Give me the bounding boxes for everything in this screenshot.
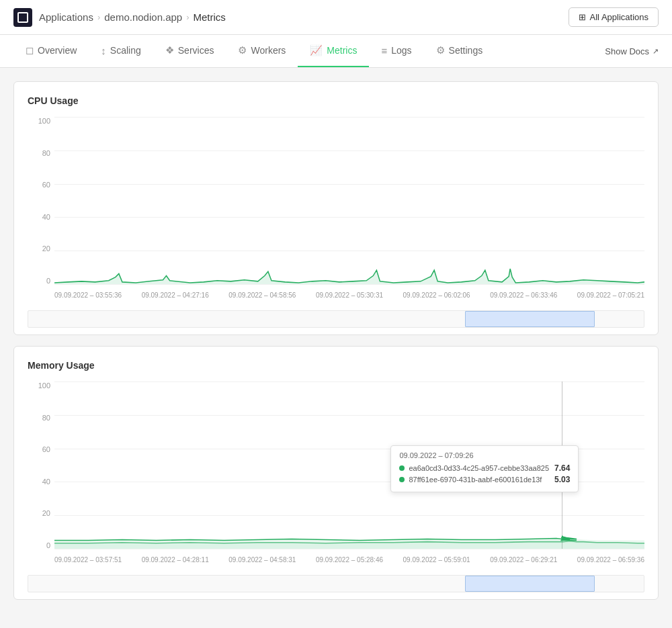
all-apps-button[interactable]: ⊞ All Applications	[569, 7, 659, 27]
y-label-100: 100	[38, 117, 50, 125]
breadcrumb-app[interactable]: demo.nodion.app	[104, 11, 182, 23]
mem-y-80: 80	[42, 414, 50, 422]
nav-tabs: ◻ Overview ↕ Scaling ❖ Services ⚙ Worker…	[0, 35, 672, 68]
y-label-60: 60	[42, 181, 50, 189]
cpu-minimap[interactable]	[28, 310, 644, 328]
tab-logs-label: Logs	[391, 45, 411, 56]
logs-icon: ≡	[381, 45, 387, 56]
tooltip-value-2: 5.03	[554, 475, 570, 484]
tab-metrics-label: Metrics	[327, 45, 357, 56]
breadcrumb-sep2: ›	[186, 12, 189, 22]
memory-x-axis: 09.09.2022 – 03:57:51 09.09.2022 – 04:28…	[54, 549, 644, 570]
cpu-chart-title: CPU Usage	[28, 95, 644, 106]
memory-chart-plot: 09.09.2022 – 07:09:26 ea6a0cd3-0d33-4c25…	[54, 382, 644, 549]
mem-x-1: 09.09.2022 – 04:28:11	[142, 556, 209, 564]
show-docs-link[interactable]: Show Docs ↗	[605, 41, 659, 62]
top-bar-right: ⊞ All Applications	[569, 7, 659, 27]
cpu-x-3: 09.09.2022 – 05:30:31	[316, 291, 383, 299]
tab-logs[interactable]: ≡ Logs	[369, 36, 423, 67]
tab-overview[interactable]: ◻ Overview	[13, 35, 89, 67]
breadcrumb: Applications › demo.nodion.app › Metrics	[39, 11, 226, 23]
memory-minimap-selection[interactable]	[465, 576, 594, 592]
y-label-80: 80	[42, 149, 50, 157]
mem-y-60: 60	[42, 445, 50, 453]
mem-x-5: 09.09.2022 – 06:29:21	[490, 556, 557, 564]
tab-scaling-label: Scaling	[110, 45, 141, 56]
cpu-line-svg	[54, 117, 644, 284]
app-logo	[13, 8, 32, 27]
mem-x-6: 09.09.2022 – 06:59:36	[577, 556, 644, 564]
all-apps-label: All Applications	[590, 12, 648, 22]
show-docs-label: Show Docs	[605, 46, 649, 56]
overview-icon: ◻	[26, 44, 34, 56]
breadcrumb-sep1: ›	[97, 12, 100, 22]
tab-metrics[interactable]: 📈 Metrics	[298, 35, 369, 67]
cpu-chart-area: 100 80 60 40 20 0	[28, 117, 644, 305]
top-bar: Applications › demo.nodion.app › Metrics…	[0, 0, 672, 35]
tab-services-label: Services	[178, 45, 214, 56]
memory-y-axis: 100 80 60 40 20 0	[28, 382, 54, 549]
services-icon: ❖	[165, 44, 174, 56]
cpu-x-0: 09.09.2022 – 03:55:36	[54, 291, 122, 299]
settings-icon: ⚙	[436, 44, 445, 56]
tooltip-label-1: ea6a0cd3-0d33-4c25-a957-cebbe33aa825	[409, 464, 550, 472]
cpu-x-2: 09.09.2022 – 04:58:56	[228, 291, 296, 299]
cpu-y-axis: 100 80 60 40 20 0	[28, 117, 54, 285]
grid-icon: ⊞	[579, 12, 586, 22]
breadcrumb-current: Metrics	[194, 11, 226, 23]
cpu-minimap-selection[interactable]	[465, 311, 594, 327]
external-link-icon: ↗	[653, 47, 659, 56]
y-label-40: 40	[42, 213, 50, 221]
tab-services[interactable]: ❖ Services	[153, 35, 226, 67]
tab-settings-label: Settings	[449, 45, 483, 56]
cpu-x-axis: 09.09.2022 – 03:55:36 09.09.2022 – 04:27…	[54, 285, 644, 305]
mem-y-20: 20	[42, 509, 50, 517]
mem-x-2: 09.09.2022 – 04:58:31	[228, 556, 296, 564]
memory-tooltip: 09.09.2022 – 07:09:26 ea6a0cd3-0d33-4c25…	[390, 445, 579, 492]
cpu-x-5: 09.09.2022 – 06:33:46	[490, 291, 557, 299]
tab-overview-label: Overview	[38, 45, 77, 56]
memory-minimap[interactable]	[28, 575, 644, 592]
mem-x-4: 09.09.2022 – 05:59:01	[403, 556, 470, 564]
tooltip-dot-2	[399, 477, 405, 482]
mem-y-0: 0	[46, 541, 50, 549]
mem-y-100: 100	[38, 382, 50, 390]
cpu-x-4: 09.09.2022 – 06:02:06	[403, 291, 470, 299]
cpu-chart-card: CPU Usage 100 80 60 40 20 0	[13, 81, 659, 335]
mem-x-3: 09.09.2022 – 05:28:46	[316, 556, 383, 564]
scaling-icon: ↕	[101, 45, 106, 56]
metrics-icon: 📈	[310, 44, 323, 56]
mem-x-0: 09.09.2022 – 03:57:51	[54, 556, 122, 564]
mem-y-40: 40	[42, 478, 50, 486]
tooltip-value-1: 7.64	[554, 463, 570, 473]
memory-chart-title: Memory Usage	[28, 360, 644, 371]
tab-workers-label: Workers	[251, 45, 286, 56]
tooltip-row-2: 87ff61ee-6970-431b-aabf-e600161de13f 5.0…	[399, 475, 570, 484]
tooltip-dot-1	[399, 465, 405, 471]
workers-icon: ⚙	[238, 44, 247, 56]
tooltip-time: 09.09.2022 – 07:09:26	[399, 451, 570, 459]
breadcrumb-root[interactable]: Applications	[39, 11, 93, 23]
tooltip-row-1: ea6a0cd3-0d33-4c25-a957-cebbe33aa825 7.6…	[399, 463, 570, 473]
memory-chart-area: 100 80 60 40 20 0	[28, 382, 644, 570]
memory-chart-card: Memory Usage 100 80 60 40 20 0	[13, 346, 659, 600]
cpu-x-1: 09.09.2022 – 04:27:16	[142, 291, 209, 299]
cpu-chart-plot	[54, 117, 644, 285]
y-label-0: 0	[46, 277, 50, 285]
cpu-x-6: 09.09.2022 – 07:05:21	[577, 291, 644, 299]
tab-scaling[interactable]: ↕ Scaling	[89, 36, 153, 67]
main-content: CPU Usage 100 80 60 40 20 0	[0, 68, 672, 613]
tooltip-label-2: 87ff61ee-6970-431b-aabf-e600161de13f	[409, 476, 550, 484]
tab-workers[interactable]: ⚙ Workers	[226, 35, 298, 67]
tab-settings[interactable]: ⚙ Settings	[424, 35, 495, 67]
y-label-20: 20	[42, 244, 50, 253]
